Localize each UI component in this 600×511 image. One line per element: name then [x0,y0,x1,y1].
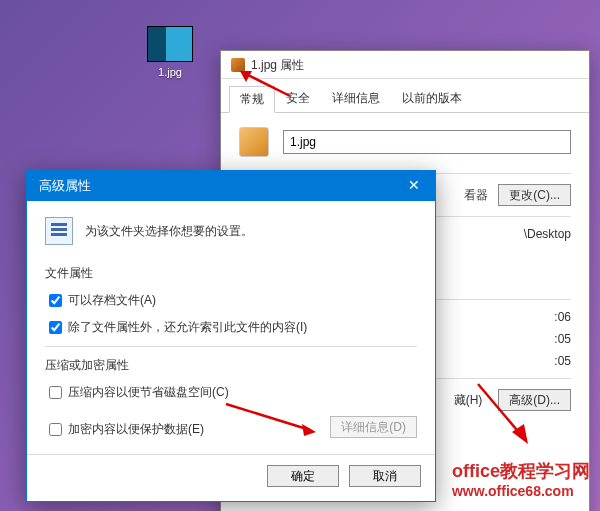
watermark: office教程学习网 www.office68.com [452,459,590,499]
image-thumb-icon [147,26,193,62]
file-icon [231,58,245,72]
compress-checkbox[interactable] [49,386,62,399]
filename-input[interactable] [283,130,571,154]
tab-general[interactable]: 常规 [229,86,275,113]
watermark-line2: www.office68.com [452,483,590,499]
archive-checkbox-row[interactable]: 可以存档文件(A) [49,292,417,309]
compress-checkbox-label: 压缩内容以便节省磁盘空间(C) [68,384,229,401]
properties-titlebar[interactable]: 1.jpg 属性 [221,51,589,79]
advanced-titlebar[interactable]: 高级属性 ✕ [27,171,435,201]
compress-encrypt-group-label: 压缩或加密属性 [45,357,417,374]
advanced-intro-text: 为该文件夹选择你想要的设置。 [85,223,253,240]
cancel-button[interactable]: 取消 [349,465,421,487]
encrypt-checkbox-label: 加密内容以便保护数据(E) [68,421,204,438]
close-icon[interactable]: ✕ [401,175,427,197]
advanced-title-text: 高级属性 [39,177,91,195]
properties-tabs: 常规 安全 详细信息 以前的版本 [221,79,589,113]
watermark-line1: office教程学习网 [452,459,590,483]
change-app-button[interactable]: 更改(C)... [498,184,571,206]
index-checkbox[interactable] [49,321,62,334]
settings-list-icon [45,217,73,245]
desktop-file-label: 1.jpg [140,66,200,78]
desktop-file-icon[interactable]: 1.jpg [140,26,200,78]
hidden-attr-fragment: 藏(H) [454,392,483,409]
file-attributes-group-label: 文件属性 [45,265,417,282]
index-checkbox-label: 除了文件属性外，还允许索引此文件的内容(I) [68,319,307,336]
ok-button[interactable]: 确定 [267,465,339,487]
tab-security[interactable]: 安全 [275,85,321,112]
compress-checkbox-row[interactable]: 压缩内容以便节省磁盘空间(C) [49,384,417,401]
archive-checkbox[interactable] [49,294,62,307]
encrypt-checkbox-row[interactable]: 加密内容以便保护数据(E) [49,421,204,438]
tab-previous[interactable]: 以前的版本 [391,85,473,112]
archive-checkbox-label: 可以存档文件(A) [68,292,156,309]
encrypt-checkbox[interactable] [49,423,62,436]
advanced-button[interactable]: 高级(D)... [498,389,571,411]
opens-with-fragment: 看器 [464,187,488,204]
file-type-icon [239,127,269,157]
tab-details[interactable]: 详细信息 [321,85,391,112]
encrypt-details-button: 详细信息(D) [330,416,417,438]
advanced-attributes-dialog: 高级属性 ✕ 为该文件夹选择你想要的设置。 文件属性 可以存档文件(A) 除了文… [26,170,436,502]
index-checkbox-row[interactable]: 除了文件属性外，还允许索引此文件的内容(I) [49,319,417,336]
properties-title-text: 1.jpg 属性 [251,51,304,79]
